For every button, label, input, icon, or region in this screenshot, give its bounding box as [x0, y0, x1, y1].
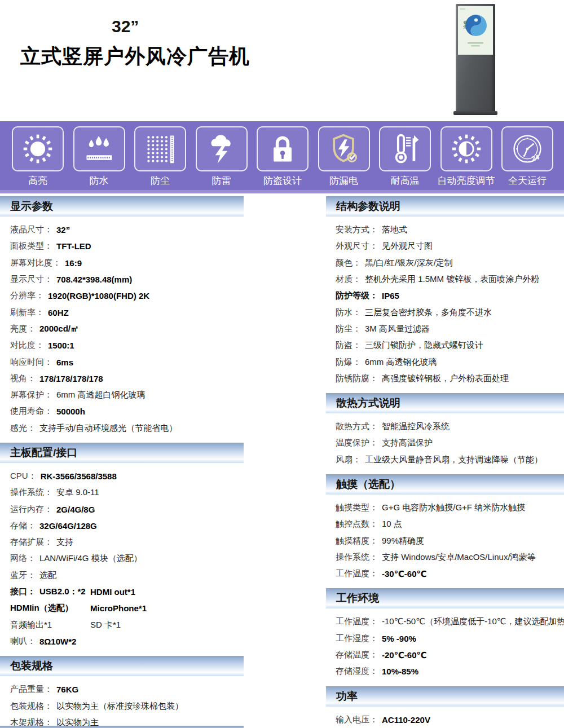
- spec-label: 对比度：: [10, 340, 44, 351]
- banner-feature: 防盗设计: [253, 126, 312, 187]
- spec-row: 工作温度：-10℃-50℃（环境温度低于-10℃，建议选配加热器）: [326, 614, 564, 630]
- spec-value: 32G/64G/128G: [39, 521, 97, 531]
- clock-24-icon: 24: [501, 126, 553, 171]
- spec-label: 产品重量：: [10, 684, 52, 695]
- product-size: 32”: [112, 17, 139, 36]
- spec-label: 安装方式：: [336, 224, 378, 235]
- kiosk-body: 春 分: [456, 4, 495, 112]
- dustproof-icon: [134, 126, 186, 171]
- spec-row: 喇叭：8Ω10W*2: [0, 633, 244, 650]
- spec-row: 视角：178/178/178/178: [0, 370, 244, 387]
- spec-label: 使用寿命：: [10, 406, 52, 417]
- page-title: 立式竖屏户外风冷广告机: [20, 43, 250, 70]
- spec-label: 防护等级：: [336, 290, 378, 301]
- spec-label: 输入电压：: [336, 714, 378, 725]
- spec-value: 6mm 高透钢化玻璃: [365, 357, 437, 368]
- spec-section: 工作环境 工作温度：-10℃-50℃（环境温度低于-10℃，建议选配加热器）工作…: [326, 588, 564, 681]
- spec-row: 屏幕保护：6mm 高透超白钢化玻璃: [0, 387, 244, 403]
- section-title: 结构参数说明: [336, 199, 400, 214]
- spec-label: 材质：: [336, 274, 361, 285]
- spec-row: 亮度：2000cd/㎡: [0, 321, 244, 337]
- lightning-icon: [196, 126, 248, 171]
- spec-label: 包装规格：: [10, 701, 52, 712]
- spec-row: 工作湿度：5% -90%: [326, 630, 564, 647]
- spec-value: TFT-LED: [56, 241, 91, 251]
- feature-list: 高亮 防水 防尘 防雷 防盗设计 防漏电 耐高温 自动亮度调节 24 全天运行: [0, 121, 564, 187]
- section-rows: 散热方式：智能温控风冷系统温度保护：支持高温保护风扇：工业级大风量静音风扇，支持…: [326, 413, 564, 469]
- spec-row: 防水：三层复合密封胶条，多角度不进水: [326, 304, 564, 320]
- spec-value: 支持: [56, 537, 73, 548]
- spec-value: 6ms: [56, 358, 73, 367]
- spec-value: 智能温控风冷系统: [382, 421, 450, 432]
- spec-value-2: HDMI out*1: [90, 587, 135, 597]
- spec-value: IP65: [382, 291, 399, 301]
- spec-row: HDMIin（选配）MicroPhone*1: [0, 600, 244, 616]
- section-title: 散热方式说明: [336, 396, 400, 411]
- spec-value: 10 点: [382, 519, 402, 530]
- spec-row: 液晶尺寸：32”: [0, 222, 244, 238]
- section-rows: 产品重量：76KG包装规格：以实物为主（标准按珍珠棉包装）木架规格：以实物为主附…: [0, 676, 244, 728]
- spec-row: 操作系统：安卓 9.0-11: [0, 484, 244, 501]
- spec-value: 1920(RGB)*1080(FHD) 2K: [48, 291, 149, 301]
- section-header: 包装规格: [0, 656, 244, 676]
- spec-row: 存储温度：-20℃-60℃: [326, 647, 564, 663]
- spec-value: 选配: [39, 570, 56, 581]
- spec-row: 防爆：6mm 高透钢化玻璃: [326, 354, 564, 370]
- spec-label: 蓝牙：: [10, 570, 36, 581]
- spec-value: 整机外壳采用 1.5MM 镀锌板，表面喷涂户外粉: [365, 274, 539, 285]
- banner-feature: 自动亮度调节: [437, 126, 496, 187]
- spec-value: 2G/4G/8G: [56, 505, 95, 514]
- spec-value: 99%精确度: [382, 536, 424, 546]
- spec-row: 材质：整机外壳采用 1.5MM 镀锌板，表面喷涂户外粉: [326, 271, 564, 288]
- spec-label: 面板类型：: [10, 241, 52, 252]
- spec-value: 178/178/178/178: [39, 374, 103, 383]
- spec-row: 风扇：工业级大风量静音风扇，支持调速降噪（节能）: [326, 452, 564, 468]
- spec-row: 包装规格：以实物为主（标准按珍珠棉包装）: [0, 698, 244, 714]
- spec-row: 存储：32G/64G/128G: [0, 518, 244, 534]
- spec-section: 散热方式说明 散热方式：智能温控风冷系统温度保护：支持高温保护风扇：工业级大风量…: [326, 393, 564, 469]
- section-rows: 安装方式：落地式外观尺寸：见外观尺寸图颜色：黑/白/红/银灰/深灰/定制材质：整…: [326, 217, 564, 388]
- spec-row: 网络：LAN/WiFi/4G 模块（选配）: [0, 550, 244, 567]
- spec-section: 触摸（选配） 触摸类型：G+G 电容防水触摸/G+F 纳米防水触摸触控点数：10…: [326, 474, 564, 583]
- banner-feature: 防漏电: [314, 126, 374, 187]
- spec-row: 外观尺寸：见外观尺寸图: [326, 238, 564, 254]
- spec-value: 1500:1: [48, 341, 74, 350]
- spec-column-left: 显示参数 液晶尺寸：32”面板类型：TFT-LED屏幕对比度：16:9显示尺寸：…: [0, 196, 244, 728]
- leakage-shield-icon: [318, 126, 370, 171]
- section-header: 主板配置/接口: [0, 443, 244, 463]
- section-rows: 液晶尺寸：32”面板类型：TFT-LED屏幕对比度：16:9显示尺寸：708.4…: [0, 217, 244, 438]
- spec-value: HDMIin（选配）: [10, 603, 73, 614]
- spec-label: 刷新率：: [10, 307, 44, 318]
- spec-row: 输入电压：AC110-220V: [326, 712, 564, 728]
- section-title: 显示参数: [10, 199, 53, 214]
- spec-value: G+G 电容防水触摸/G+F 纳米防水触摸: [382, 502, 525, 513]
- spec-label: 外观尺寸：: [336, 241, 378, 252]
- spec-label: 工作温度：: [336, 568, 378, 579]
- section-title: 工作环境: [336, 591, 379, 606]
- spec-row: 分辨率：1920(RGB)*1080(FHD) 2K: [0, 288, 244, 304]
- section-rows: CPU：RK-3566/3568/3588操作系统：安卓 9.0-11运行内存：…: [0, 463, 244, 651]
- spec-value: 3M 高风量过滤器: [365, 324, 430, 334]
- spec-value: 76KG: [56, 685, 78, 694]
- banner-feature: 高亮: [8, 126, 68, 187]
- section-header: 触摸（选配）: [326, 474, 564, 495]
- spec-value: AC110-220V: [382, 715, 430, 725]
- spec-section: 主板配置/接口 CPU：RK-3566/3568/3588操作系统：安卓 9.0…: [0, 443, 244, 651]
- kiosk-screen: 春 分: [458, 6, 493, 55]
- spec-row: 面板类型：TFT-LED: [0, 238, 244, 254]
- spec-label: 屏幕保护：: [10, 390, 52, 400]
- spec-value: 以实物为主（标准按珍珠棉包装）: [56, 701, 183, 712]
- spec-label: 触摸精度：: [336, 536, 378, 546]
- spec-row: 显示尺寸：708.42*398.48(mm): [0, 271, 244, 288]
- banner-feature-label: 防水: [69, 174, 129, 187]
- spec-label: 感光：: [10, 423, 36, 434]
- spec-row: 温度保护：支持高温保护: [326, 435, 564, 451]
- section-header: 散热方式说明: [326, 393, 564, 413]
- banner-feature-label: 防盗设计: [253, 174, 312, 187]
- spec-row: 音频输出*1SD 卡*1: [0, 617, 244, 633]
- spec-label: 喇叭：: [10, 636, 36, 647]
- spec-row: 蓝牙：选配: [0, 567, 244, 584]
- spec-label: 视角：: [10, 373, 36, 384]
- heat-resist-icon: [379, 126, 431, 171]
- product-photo: 春 分: [456, 4, 495, 115]
